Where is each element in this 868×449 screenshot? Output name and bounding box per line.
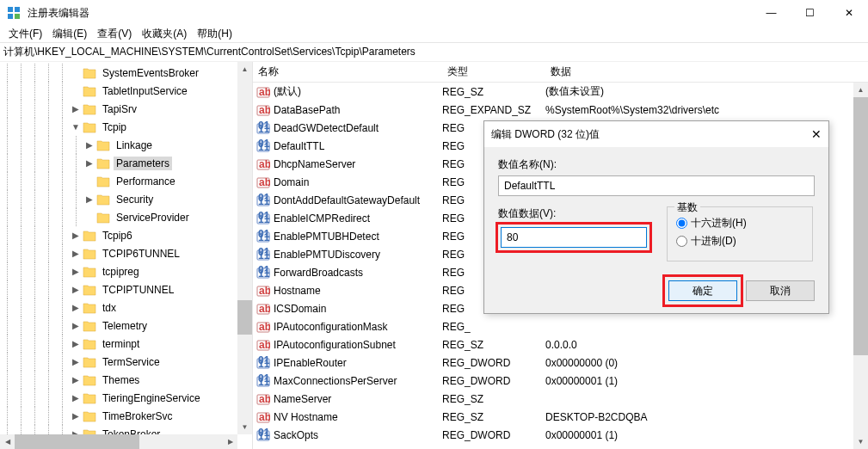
expand-icon[interactable]: ▶ bbox=[69, 247, 83, 261]
ok-button[interactable]: 确定 bbox=[668, 280, 737, 301]
tree-item[interactable]: ▶TapiSrv bbox=[0, 100, 252, 118]
col-type[interactable]: 类型 bbox=[442, 65, 545, 79]
tree-item[interactable]: ▶TermService bbox=[0, 353, 252, 371]
expand-icon[interactable]: ▶ bbox=[83, 193, 96, 206]
value-data-field[interactable] bbox=[501, 227, 647, 248]
tree-item[interactable]: ▶Themes bbox=[0, 371, 252, 389]
tree-item[interactable]: ▶TimeBrokerSvc bbox=[0, 407, 252, 425]
expand-icon[interactable]: ▶ bbox=[69, 391, 83, 405]
tree-item[interactable]: Performance bbox=[0, 172, 252, 190]
titlebar: 注册表编辑器 — ☐ ✕ bbox=[0, 0, 868, 26]
expand-icon[interactable]: ▶ bbox=[69, 301, 83, 315]
tree-item[interactable]: ServiceProvider bbox=[0, 208, 252, 226]
expand-icon[interactable]: ▶ bbox=[69, 229, 83, 243]
expand-icon[interactable]: ▶ bbox=[69, 102, 83, 116]
tree-label: TabletInputService bbox=[100, 84, 190, 98]
expand-icon[interactable]: ▶ bbox=[69, 373, 83, 387]
scroll-left-icon[interactable]: ◀ bbox=[0, 434, 15, 449]
list-row[interactable]: abNV HostnameREG_SZDESKTOP-B2CDQBA bbox=[253, 408, 868, 426]
tree-label: Telemetry bbox=[100, 319, 150, 333]
tree-label: Tcpip bbox=[100, 120, 129, 134]
scroll-up-icon[interactable]: ▲ bbox=[853, 83, 868, 97]
tree-item[interactable]: ▶tcpipreg bbox=[0, 262, 252, 280]
tree-item[interactable]: ▶tdx bbox=[0, 298, 252, 317]
value-name: DhcpNameServer bbox=[274, 158, 442, 170]
tree-item[interactable]: ▶Telemetry bbox=[0, 317, 252, 335]
menubar: 文件(F)编辑(E)查看(V)收藏夹(A)帮助(H) bbox=[0, 26, 868, 43]
expand-icon[interactable]: ▶ bbox=[69, 319, 83, 333]
app-icon bbox=[7, 6, 21, 20]
tree-label: ServiceProvider bbox=[114, 211, 192, 224]
tree-hscrollbar[interactable]: ◀ ▶ bbox=[0, 434, 237, 449]
close-button[interactable]: ✕ bbox=[829, 0, 868, 26]
tree-item[interactable]: ▶Tcpip6 bbox=[0, 226, 252, 244]
expand-icon[interactable]: ▶ bbox=[69, 409, 83, 423]
scroll-right-icon[interactable]: ▶ bbox=[223, 434, 237, 449]
svg-rect-3 bbox=[15, 14, 20, 19]
dialog-titlebar[interactable]: 编辑 DWORD (32 位)值 ✕ bbox=[484, 121, 828, 147]
dialog-close-icon[interactable]: ✕ bbox=[787, 127, 822, 141]
tree-item[interactable]: ▶TieringEngineService bbox=[0, 389, 252, 407]
value-name: EnablePMTUBHDetect bbox=[274, 231, 442, 243]
tree-panel: SystemEventsBrokerTabletInputService▶Tap… bbox=[0, 62, 253, 449]
value-name: EnablePMTUDiscovery bbox=[274, 249, 442, 261]
scroll-down-icon[interactable]: ▼ bbox=[237, 420, 252, 434]
svg-rect-1 bbox=[15, 7, 20, 12]
expand-icon[interactable]: ▶ bbox=[69, 337, 83, 351]
addressbar[interactable]: 计算机\HKEY_LOCAL_MACHINE\SYSTEM\CurrentCon… bbox=[0, 43, 868, 62]
expand-icon[interactable]: ▶ bbox=[69, 283, 83, 297]
scroll-down-icon[interactable]: ▼ bbox=[853, 434, 868, 449]
tree-label: TCPIP6TUNNEL bbox=[100, 247, 182, 261]
menu-item[interactable]: 帮助(H) bbox=[192, 25, 237, 43]
menu-item[interactable]: 文件(F) bbox=[3, 25, 47, 43]
list-row[interactable]: 011110MaxConnectionsPerServerREG_DWORD0x… bbox=[253, 372, 868, 390]
list-row[interactable]: ab(默认)REG_SZ(数值未设置) bbox=[253, 83, 868, 101]
svg-text:110: 110 bbox=[258, 249, 270, 261]
menu-item[interactable]: 编辑(E) bbox=[47, 25, 92, 43]
list-row[interactable]: 011110IPEnableRouterREG_DWORD0x00000000 … bbox=[253, 354, 868, 372]
svg-rect-0 bbox=[8, 7, 13, 12]
col-name[interactable]: 名称 bbox=[253, 65, 442, 79]
menu-item[interactable]: 收藏夹(A) bbox=[137, 25, 192, 43]
svg-text:ab: ab bbox=[259, 104, 270, 116]
value-name-field[interactable] bbox=[498, 175, 815, 196]
tree-item[interactable]: ▶Security bbox=[0, 190, 252, 208]
list-row[interactable]: 011110SackOptsREG_DWORD0x00000001 (1) bbox=[253, 426, 868, 444]
svg-text:ab: ab bbox=[259, 285, 270, 297]
tree-item[interactable]: ▶TCPIP6TUNNEL bbox=[0, 244, 252, 262]
list-row[interactable]: abIPAutoconfigurationSubnetREG_SZ0.0.0.0 bbox=[253, 335, 868, 354]
col-data[interactable]: 数据 bbox=[545, 65, 868, 79]
expand-icon[interactable]: ▶ bbox=[69, 355, 83, 369]
list-row[interactable]: abNameServerREG_SZ bbox=[253, 390, 868, 408]
svg-text:ab: ab bbox=[259, 321, 270, 333]
tree-item[interactable]: SystemEventsBroker bbox=[0, 64, 252, 82]
expand-icon[interactable]: ▶ bbox=[83, 138, 96, 152]
tree-vscrollbar[interactable]: ▲ ▼ bbox=[237, 62, 252, 434]
cancel-button[interactable]: 取消 bbox=[746, 280, 815, 301]
scroll-up-icon[interactable]: ▲ bbox=[237, 62, 252, 77]
tree-item[interactable]: ▶Linkage bbox=[0, 136, 252, 154]
value-name: ForwardBroadcasts bbox=[274, 267, 442, 279]
list-row[interactable]: abIPAutoconfigurationMaskREG_ bbox=[253, 317, 868, 335]
menu-item[interactable]: 查看(V) bbox=[92, 25, 137, 43]
list-row[interactable]: abDataBasePathREG_EXPAND_SZ%SystemRoot%\… bbox=[253, 101, 868, 119]
tree-item[interactable]: TabletInputService bbox=[0, 82, 252, 100]
radix-dec-radio[interactable]: 十进制(D) bbox=[676, 234, 803, 249]
expand-icon[interactable]: ▶ bbox=[69, 265, 83, 279]
maximize-button[interactable]: ☐ bbox=[791, 0, 829, 26]
minimize-button[interactable]: — bbox=[752, 0, 791, 26]
collapse-icon[interactable]: ▼ bbox=[69, 120, 83, 134]
window-title: 注册表编辑器 bbox=[28, 6, 752, 21]
tree-item[interactable]: ▶terminpt bbox=[0, 335, 252, 353]
tree-item[interactable]: ▶TCPIPTUNNEL bbox=[0, 280, 252, 298]
value-name: NameServer bbox=[274, 393, 442, 405]
value-type: REG_EXPAND_SZ bbox=[442, 104, 545, 116]
edit-dword-dialog: 编辑 DWORD (32 位)值 ✕ 数值名称(N): 数值数据(V): 基数 … bbox=[483, 120, 829, 314]
tree-item[interactable]: ▼Tcpip bbox=[0, 118, 252, 136]
tree-item[interactable]: ▶Parameters bbox=[0, 154, 252, 172]
list-vscrollbar[interactable]: ▲ ▼ bbox=[853, 83, 868, 449]
expand-icon[interactable]: ▶ bbox=[83, 157, 96, 170]
value-name: DeadGWDetectDefault bbox=[274, 122, 442, 134]
radix-hex-radio[interactable]: 十六进制(H) bbox=[676, 216, 803, 231]
value-name: (默认) bbox=[274, 84, 442, 99]
